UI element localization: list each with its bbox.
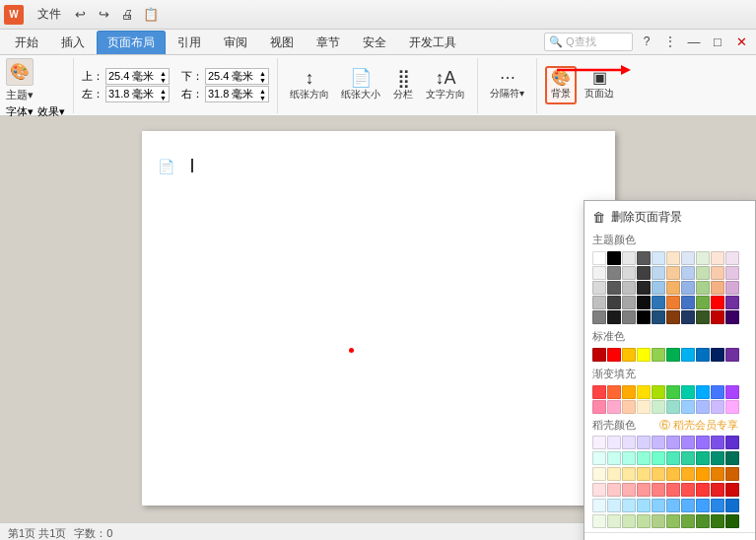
tab-start[interactable]: 开始 xyxy=(4,31,49,54)
theme-color-swatch[interactable] xyxy=(711,251,724,265)
vip-color-swatch[interactable] xyxy=(711,499,724,512)
theme-color-swatch[interactable] xyxy=(637,281,651,295)
margin-bottom-up[interactable]: ▲ xyxy=(259,70,266,77)
theme-color-swatch[interactable] xyxy=(711,266,724,280)
vip-color-swatch[interactable] xyxy=(725,451,739,465)
theme-color-swatch[interactable] xyxy=(607,296,621,309)
vip-color-swatch[interactable] xyxy=(622,483,636,497)
standard-color-swatch[interactable] xyxy=(681,348,695,362)
margin-left-down[interactable]: ▼ xyxy=(160,95,167,101)
vip-color-swatch[interactable] xyxy=(696,451,710,465)
theme-color-swatch[interactable] xyxy=(592,310,606,324)
vip-color-swatch[interactable] xyxy=(681,436,695,449)
vip-color-swatch[interactable] xyxy=(696,467,710,481)
vip-color-swatch[interactable] xyxy=(666,514,680,528)
gradient-swatch[interactable] xyxy=(652,400,665,414)
theme-color-swatch[interactable] xyxy=(711,281,724,295)
vip-color-swatch[interactable] xyxy=(592,483,606,497)
theme-color-swatch[interactable] xyxy=(696,310,710,324)
theme-color-swatch[interactable] xyxy=(711,296,724,309)
tab-reference[interactable]: 引用 xyxy=(167,31,212,54)
paper-size-btn[interactable]: 📄 纸张大小 xyxy=(337,67,384,103)
theme-color-swatch[interactable] xyxy=(666,310,680,324)
margin-bottom-input[interactable]: 25.4 毫米 ▲ ▼ xyxy=(205,68,269,85)
vip-color-swatch[interactable] xyxy=(622,436,636,449)
margin-left-input[interactable]: 31.8 毫米 ▲ ▼ xyxy=(105,86,170,102)
menu-file[interactable]: 文件 xyxy=(32,4,67,25)
theme-color-swatch[interactable] xyxy=(666,266,680,280)
tab-view[interactable]: 视图 xyxy=(259,31,305,54)
vip-color-swatch[interactable] xyxy=(637,483,651,497)
vip-color-swatch[interactable] xyxy=(637,451,651,465)
vip-color-swatch[interactable] xyxy=(607,451,621,465)
theme-color-swatch[interactable] xyxy=(637,296,651,309)
theme-color-swatch[interactable] xyxy=(681,251,695,265)
margin-bottom-down[interactable]: ▼ xyxy=(259,77,266,84)
auto-color-item[interactable]: 自动 xyxy=(584,536,755,540)
theme-color-swatch[interactable] xyxy=(622,281,636,295)
theme-color-swatch[interactable] xyxy=(725,310,739,324)
tab-insert[interactable]: 插入 xyxy=(50,31,96,54)
settings-btn[interactable]: ⋮ xyxy=(659,31,681,52)
vip-color-swatch[interactable] xyxy=(652,483,665,497)
vip-color-swatch[interactable] xyxy=(725,483,739,497)
vip-color-swatch[interactable] xyxy=(637,514,651,528)
gradient-swatch[interactable] xyxy=(696,400,710,414)
theme-color-swatch[interactable] xyxy=(696,251,710,265)
theme-color-swatch[interactable] xyxy=(652,281,665,295)
gradient-swatch[interactable] xyxy=(622,400,636,414)
vip-color-swatch[interactable] xyxy=(696,436,710,449)
vip-color-swatch[interactable] xyxy=(637,436,651,449)
standard-color-swatch[interactable] xyxy=(622,348,636,362)
theme-color-swatch[interactable] xyxy=(622,296,636,309)
vip-color-swatch[interactable] xyxy=(666,436,680,449)
gradient-swatch[interactable] xyxy=(711,385,724,399)
margin-top-input[interactable]: 25.4 毫米 ▲ ▼ xyxy=(105,68,170,85)
margin-right-down[interactable]: ▼ xyxy=(259,95,266,101)
theme-color-swatch[interactable] xyxy=(592,251,606,265)
vip-color-swatch[interactable] xyxy=(711,483,724,497)
vip-color-swatch[interactable] xyxy=(637,467,651,481)
standard-color-swatch[interactable] xyxy=(666,348,680,362)
vip-color-swatch[interactable] xyxy=(592,436,606,449)
vip-color-swatch[interactable] xyxy=(681,514,695,528)
standard-color-swatch[interactable] xyxy=(696,348,710,362)
vip-color-swatch[interactable] xyxy=(725,467,739,481)
gradient-swatch[interactable] xyxy=(711,400,724,414)
vip-color-swatch[interactable] xyxy=(607,514,621,528)
theme-color-swatch[interactable] xyxy=(622,251,636,265)
undo-btn[interactable]: ↩ xyxy=(69,4,91,26)
theme-color-swatch[interactable] xyxy=(696,296,710,309)
gradient-swatch[interactable] xyxy=(637,400,651,414)
close-btn[interactable]: ✕ xyxy=(730,31,752,52)
tab-security[interactable]: 安全 xyxy=(352,31,397,54)
theme-color-swatch[interactable] xyxy=(711,310,724,324)
theme-color-swatch[interactable] xyxy=(607,251,621,265)
theme-color-swatch[interactable] xyxy=(637,251,651,265)
theme-color-swatch[interactable] xyxy=(725,296,739,309)
theme-color-swatch[interactable] xyxy=(696,266,710,280)
vip-color-swatch[interactable] xyxy=(681,467,695,481)
theme-color-swatch[interactable] xyxy=(607,310,621,324)
vip-color-swatch[interactable] xyxy=(725,499,739,512)
gradient-swatch[interactable] xyxy=(592,385,606,399)
theme-color-swatch[interactable] xyxy=(592,296,606,309)
vip-color-swatch[interactable] xyxy=(592,467,606,481)
vip-color-swatch[interactable] xyxy=(711,436,724,449)
standard-color-swatch[interactable] xyxy=(592,348,606,362)
maximize-btn[interactable]: □ xyxy=(707,31,728,52)
redo-btn[interactable]: ↪ xyxy=(93,4,114,26)
vip-color-swatch[interactable] xyxy=(652,499,665,512)
paste-btn[interactable]: 📋 xyxy=(140,4,162,26)
tab-review[interactable]: 审阅 xyxy=(213,31,258,54)
theme-color-swatch[interactable] xyxy=(666,281,680,295)
gradient-swatch[interactable] xyxy=(607,400,621,414)
theme-color-swatch[interactable] xyxy=(666,296,680,309)
theme-color-swatch[interactable] xyxy=(681,310,695,324)
vip-color-swatch[interactable] xyxy=(637,499,651,512)
delete-bg-item[interactable]: 🗑 删除页面背景 xyxy=(584,205,755,230)
vip-color-swatch[interactable] xyxy=(666,451,680,465)
vip-color-swatch[interactable] xyxy=(607,499,621,512)
theme-color-swatch[interactable] xyxy=(607,266,621,280)
theme-color-swatch[interactable] xyxy=(681,266,695,280)
